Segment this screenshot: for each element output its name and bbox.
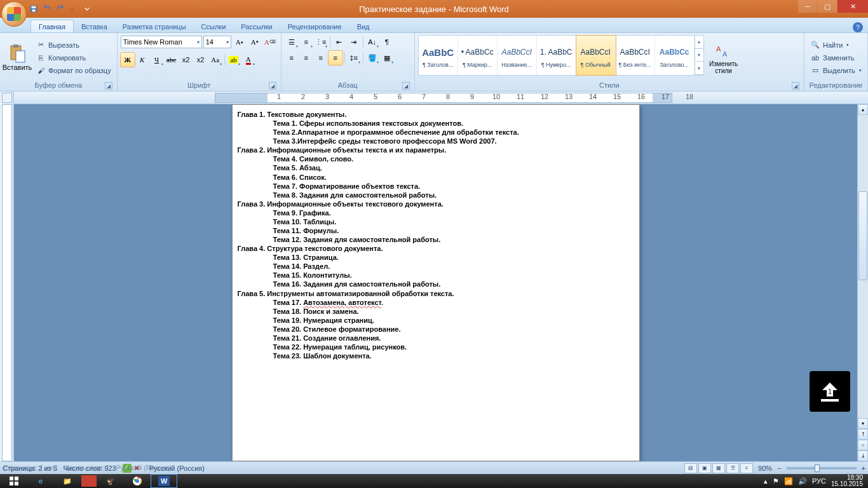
line-spacing-button[interactable]: ‡≡: [347, 51, 361, 65]
multilevel-button[interactable]: ⋮≡: [314, 35, 328, 49]
zoom-in-button[interactable]: +: [862, 464, 865, 472]
horizontal-ruler[interactable]: 123456789101112131415161718: [14, 92, 868, 104]
tab-mailings[interactable]: Рассылки: [233, 20, 280, 32]
tray-volume-icon[interactable]: 🔊: [798, 477, 807, 485]
shading-button[interactable]: 🪣: [365, 51, 379, 65]
taskbar-chrome-icon[interactable]: [125, 475, 150, 487]
clear-formatting-icon[interactable]: A⌫: [263, 35, 277, 49]
browse-object-button[interactable]: ○: [858, 440, 868, 451]
select-button[interactable]: ▭Выделить▾: [808, 65, 864, 76]
start-button[interactable]: [1, 475, 27, 487]
gallery-more[interactable]: ▾: [695, 62, 703, 75]
format-painter-button[interactable]: 🖌Формат по образцу: [33, 65, 114, 76]
quick-print-icon[interactable]: A: [68, 3, 79, 15]
save-icon[interactable]: [28, 3, 39, 15]
scroll-track[interactable]: [858, 115, 868, 418]
styles-gallery[interactable]: AaBbC¶ Заголов...• AaBbCc¶ Маркир...AaBb…: [418, 35, 704, 76]
underline-button[interactable]: Ч: [150, 53, 164, 67]
find-button[interactable]: 🔍Найти▾: [808, 39, 864, 51]
zoom-slider[interactable]: [787, 467, 857, 470]
office-button[interactable]: [1, 1, 27, 27]
gallery-up[interactable]: ▴: [695, 36, 703, 49]
italic-button[interactable]: К: [135, 53, 149, 67]
font-color-button[interactable]: A: [241, 53, 255, 67]
gallery-down[interactable]: ▾: [695, 49, 703, 62]
view-full-screen-button[interactable]: ▣: [698, 463, 711, 473]
taskbar-word-icon[interactable]: W: [151, 475, 177, 487]
taskbar-explorer-icon[interactable]: 📁: [55, 475, 80, 487]
clipboard-launcher[interactable]: ◢: [105, 82, 112, 90]
style-item-4[interactable]: AaBbCcI¶ Обычный: [576, 36, 616, 75]
font-name-combo[interactable]: ▾: [121, 36, 202, 48]
tab-review[interactable]: Рецензирование: [280, 20, 349, 32]
show-marks-button[interactable]: ¶: [380, 35, 394, 49]
highlight-button[interactable]: ab: [227, 53, 241, 67]
tray-date[interactable]: 15.10.2015: [831, 481, 863, 487]
scroll-down-button[interactable]: ▾: [858, 418, 868, 429]
paste-button[interactable]: Вставить: [3, 35, 31, 80]
bullets-button[interactable]: ☰: [285, 35, 299, 49]
font-launcher[interactable]: ◢: [269, 82, 276, 90]
style-item-6[interactable]: AaBbCcЗаголово...: [655, 36, 695, 75]
font-name-input[interactable]: [123, 38, 195, 46]
align-right-button[interactable]: ≡: [314, 51, 328, 65]
change-case-button[interactable]: Aa: [208, 53, 222, 67]
tab-home[interactable]: Главная: [31, 20, 74, 32]
styles-launcher[interactable]: ◢: [792, 82, 799, 90]
copy-button[interactable]: ⎘Копировать: [33, 52, 114, 64]
vertical-ruler[interactable]: [0, 92, 14, 461]
font-size-input[interactable]: [206, 38, 224, 46]
tray-icon[interactable]: ▴: [764, 477, 768, 485]
tab-view[interactable]: Вид: [349, 20, 377, 32]
change-styles-button[interactable]: AA Изменить стили: [706, 35, 742, 80]
numbering-button[interactable]: ≡: [299, 35, 313, 49]
scroll-thumb[interactable]: [858, 191, 867, 280]
paragraph-launcher[interactable]: ◢: [402, 82, 410, 90]
redo-icon[interactable]: [55, 3, 66, 15]
sort-button[interactable]: A↓: [365, 35, 379, 49]
ruler-corner[interactable]: [2, 93, 12, 103]
tray-network-icon[interactable]: 📶: [784, 477, 793, 485]
document-content[interactable]: Глава 1. Текстовые документы.Тема 1. Сфе…: [238, 110, 634, 360]
taskbar-app2-icon[interactable]: 🦅: [98, 475, 123, 487]
tab-page-layout[interactable]: Разметка страницы: [115, 20, 194, 32]
maximize-button[interactable]: ▢: [818, 0, 837, 13]
qat-customize-icon[interactable]: [81, 3, 93, 15]
increase-indent-button[interactable]: ⇥: [347, 35, 361, 49]
undo-icon[interactable]: [41, 3, 53, 15]
cut-button[interactable]: ✂Вырезать: [33, 39, 114, 51]
borders-button[interactable]: ▦: [380, 51, 394, 65]
help-icon[interactable]: ?: [853, 22, 863, 32]
strikethrough-button[interactable]: abc: [165, 53, 179, 67]
style-item-2[interactable]: AaBbCcIНазвание...: [498, 36, 537, 75]
vertical-scrollbar[interactable]: ▴ ▾ ⤒ ○ ⤓: [857, 104, 868, 461]
style-item-5[interactable]: AaBbCcI¶ Без инте...: [616, 36, 655, 75]
style-item-3[interactable]: 1. AaBbC¶ Нумеро...: [537, 36, 576, 75]
taskbar-app1-icon[interactable]: [81, 475, 97, 487]
style-item-1[interactable]: • AaBbCc¶ Маркир...: [458, 36, 498, 75]
justify-button[interactable]: ≡: [329, 51, 342, 65]
subscript-button[interactable]: x2: [179, 53, 193, 67]
view-outline-button[interactable]: ☰: [726, 463, 739, 473]
zoom-thumb[interactable]: [815, 464, 820, 472]
document-page[interactable]: Глава 1. Текстовые документы.Тема 1. Сфе…: [232, 104, 640, 461]
bold-button[interactable]: Ж: [121, 53, 135, 67]
view-web-button[interactable]: ▦: [712, 463, 725, 473]
replace-button[interactable]: abЗаменить: [808, 52, 864, 64]
zoom-out-button[interactable]: −: [777, 464, 781, 472]
tray-flag-icon[interactable]: ⚑: [773, 477, 779, 485]
superscript-button[interactable]: x2: [194, 53, 208, 67]
taskbar-ie-icon[interactable]: e: [28, 475, 53, 487]
prev-page-button[interactable]: ⤒: [858, 429, 868, 440]
tab-insert[interactable]: Вставка: [74, 20, 115, 32]
view-draft-button[interactable]: ≡: [740, 463, 753, 473]
view-print-layout-button[interactable]: ▤: [684, 463, 697, 473]
shrink-font-icon[interactable]: A▾: [248, 35, 262, 49]
tray-language[interactable]: РУС: [812, 477, 826, 485]
minimize-button[interactable]: ─: [798, 0, 817, 13]
grow-font-icon[interactable]: A▴: [233, 35, 247, 49]
next-page-button[interactable]: ⤓: [858, 451, 868, 461]
scroll-up-button[interactable]: ▴: [858, 104, 868, 115]
align-center-button[interactable]: ≡: [299, 51, 313, 65]
close-button[interactable]: ✕: [837, 0, 868, 13]
